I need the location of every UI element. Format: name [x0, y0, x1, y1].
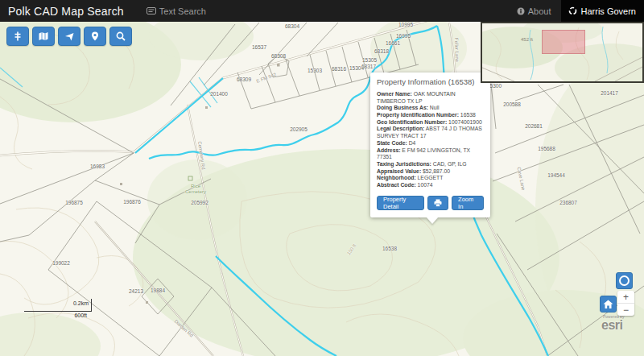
scale-bar-line: 0.2km [24, 299, 92, 312]
nav-about[interactable]: About [517, 6, 551, 16]
popup-title: Property Information (16538) [370, 72, 490, 89]
popup-field: Geo Identification Number: 10074001900 [377, 119, 484, 126]
print-icon [434, 199, 442, 207]
measure-icon [12, 31, 23, 42]
popup-field: State Code: D4 [377, 140, 484, 147]
popup-field: Taxing Jurisdictions: CAD, GP, ILG [377, 161, 484, 168]
location-button[interactable] [84, 27, 106, 46]
spot-elevation-label: 452 ft [521, 37, 533, 42]
nav-vendor-harris-govern[interactable]: Harris Govern [561, 0, 644, 22]
text-search-icon [147, 7, 156, 14]
scale-ft-label: 600ft [24, 313, 92, 318]
popup-field: Property Identification Number: 16538 [377, 112, 484, 119]
locate-button[interactable] [616, 272, 633, 289]
extent-indicator[interactable] [542, 30, 585, 54]
zoom-in-button[interactable]: Zoom In [452, 196, 484, 210]
nav-text-search[interactable]: Text Search [147, 6, 206, 16]
measure-tools-button[interactable] [6, 27, 29, 46]
overview-inset-map[interactable]: 452 ft [481, 22, 644, 83]
harris-govern-logo [568, 6, 577, 15]
home-icon [603, 300, 613, 309]
popup-buttons: Property Detail Zoom In [370, 194, 490, 217]
popup-field: Neighborhood: LEGGETT [377, 175, 484, 182]
zoom-control: + − [617, 291, 634, 316]
identify-button[interactable] [58, 27, 80, 46]
popup-field: Owner Name: OAK MOUNTAIN TIMBERCO TX LP [377, 91, 484, 105]
popup-field: Abstract Code: 10074 [377, 182, 484, 189]
property-info-popup: Property Information (16538) Owner Name:… [370, 72, 490, 217]
popup-pointer [427, 217, 438, 224]
app-title: Polk CAD Map Search [8, 5, 124, 18]
popup-field: Appraised Value: $52,887.00 [377, 168, 484, 176]
info-icon [517, 7, 525, 15]
popup-field: Address: E FM 942 LIVINGSTON, TX 77351 [377, 147, 484, 161]
search-button[interactable] [109, 27, 132, 46]
esri-logo: esri [601, 319, 624, 331]
esri-attribution: Powered by esri [601, 315, 624, 331]
identify-arrow-icon [64, 31, 75, 42]
zoom-out-control[interactable]: − [617, 303, 634, 316]
scale-km-label: 0.2km [73, 300, 89, 306]
locate-circle-icon [619, 275, 630, 286]
map-icon [38, 31, 49, 42]
map-toolbar [6, 27, 132, 46]
popup-field: Doing Business As: Null [377, 105, 484, 112]
property-detail-button[interactable]: Property Detail [377, 196, 424, 210]
search-icon [115, 31, 126, 42]
home-button[interactable] [600, 296, 617, 313]
scale-bar: 0.2km 600ft [24, 299, 92, 318]
layers-map-button[interactable] [32, 27, 55, 46]
location-pin-icon [89, 31, 101, 42]
popup-field: Legal Description: ABST 74 J D THOMAS SU… [377, 126, 484, 139]
popup-fields: Owner Name: OAK MOUNTAIN TIMBERCO TX LPD… [370, 89, 490, 194]
zoom-in-control[interactable]: + [617, 291, 634, 303]
print-button[interactable] [427, 196, 448, 210]
navbar: Polk CAD Map Search Text Search About Ha… [0, 0, 644, 22]
